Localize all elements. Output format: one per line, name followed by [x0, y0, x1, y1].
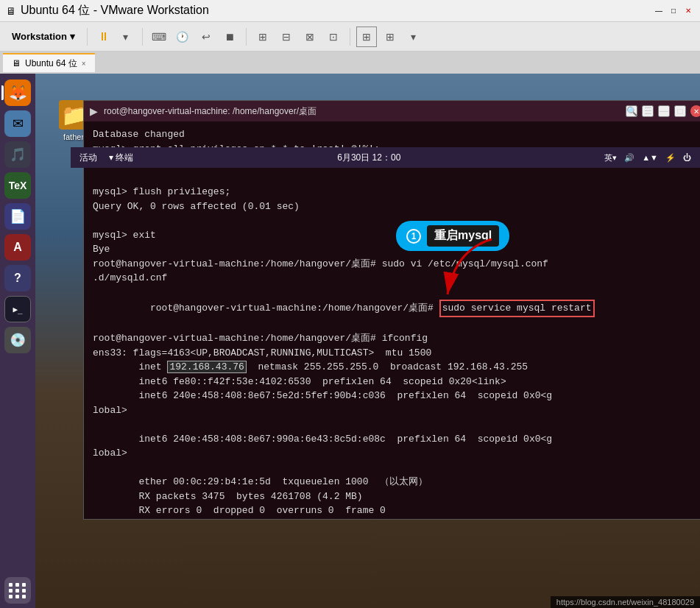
titlebar-controls: — □ ✕: [653, 5, 694, 17]
unity-button[interactable]: ⊟: [276, 26, 297, 47]
topbar-left: 活动 ▾ 终端: [79, 152, 133, 164]
term-line-inet6-1: inet6 fe80::f42f:53e:4102:6530 prefixlen…: [93, 375, 699, 389]
maximize-button[interactable]: □: [668, 5, 679, 17]
taskbar-icon-mail[interactable]: ✉: [4, 110, 31, 137]
minimize-button[interactable]: —: [653, 5, 665, 17]
term-line-lobal1: lobal>: [93, 403, 699, 418]
taskbar-icon-music[interactable]: 🎵: [4, 141, 31, 168]
term-line-lobal2: lobal>: [93, 446, 699, 461]
term-line-empty1: [93, 171, 699, 185]
terminal-titlebar: ▶ root@hangover-virtual-machine: /home/h…: [84, 101, 700, 121]
term-line-bye: Bye: [93, 242, 699, 257]
terminal-indicator[interactable]: ▾ 终端: [109, 152, 133, 164]
term-prompt-restart: root@hangover-virtual-machine:/home/hang…: [150, 303, 439, 314]
fit-button[interactable]: ⊠: [300, 26, 320, 47]
workstation-label: Workstation: [12, 31, 67, 42]
annotation-number: 1: [406, 229, 421, 244]
pause-button[interactable]: ⏸: [93, 26, 114, 47]
window-title: Ubuntu 64 位 - VMware Workstation: [21, 3, 209, 18]
terminal-search-button[interactable]: 🔍: [626, 105, 637, 117]
tab-label: Ubuntu 64 位: [25, 57, 77, 70]
terminal-title: root@hangover-virtual-machine: /home/han…: [104, 105, 317, 118]
power-icon[interactable]: ⏻: [683, 153, 691, 162]
dropdown-arrow-icon: ▾: [70, 31, 75, 42]
activities-label[interactable]: 活动: [79, 152, 97, 164]
red-arrow-annotation: [433, 236, 521, 312]
terminal-icon: ▶_: [13, 305, 22, 314]
suspend-button[interactable]: ⏹: [219, 26, 240, 47]
toolbar-separator-4: [350, 28, 350, 46]
term-line-inet6-3: inet6 240e:458:408:8e67:990a:6e43:8c5d:e…: [93, 432, 699, 447]
main-content: 🦊 ✉ 🎵 TeX 📄 A ? ▶_ 💿: [0, 74, 700, 608]
toolbar-separator-1: [87, 28, 88, 46]
terminal-content[interactable]: Database changed mysql> grant all privil…: [84, 121, 700, 519]
help-icon: ?: [14, 272, 21, 285]
titlebar-left: 🖥 Ubuntu 64 位 - VMware Workstation: [6, 3, 209, 18]
tabbar: 🖥 Ubuntu 64 位 ×: [0, 52, 700, 74]
taskbar-icon-firefox[interactable]: 🦊: [4, 79, 31, 106]
term-line-flush: mysql> flush privileges;: [93, 185, 699, 199]
toolbar-separator-3: [246, 28, 247, 46]
network-icon: ▲▼: [642, 153, 658, 162]
snapshot-button[interactable]: 🕐: [172, 26, 193, 47]
term-line-db: Database changed: [93, 127, 699, 142]
pause-dropdown-button[interactable]: ▾: [116, 26, 136, 47]
term-line-empty3: [93, 417, 699, 432]
topbar-right: 英▾ 🔊 ▲▼ ⚡ ⏻: [604, 152, 691, 163]
topbar-clock[interactable]: 6月30日 12：00: [337, 152, 400, 164]
workstation-menu-button[interactable]: Workstation ▾: [6, 28, 81, 45]
url-bar: https://blog.csdn.net/weixin_48180029: [551, 596, 700, 608]
term-line-tx: TX packets 2219 bytes 190268 (190.2 KB): [93, 518, 699, 520]
documents-icon: 📄: [10, 208, 26, 225]
terminal-minimize-button[interactable]: —: [658, 105, 670, 117]
software-icon: A: [13, 241, 22, 254]
lang-selector[interactable]: 英▾: [604, 152, 617, 163]
terminal-menu-button[interactable]: ☰: [642, 105, 654, 117]
term-line-ok2: Query OK, 0 rows affected (0.01 sec): [93, 199, 699, 214]
close-button[interactable]: ✕: [682, 5, 694, 17]
terminal-app-icon: ▶: [90, 105, 98, 117]
firefox-icon: 🦊: [9, 84, 27, 102]
term-line-ens33: ens33: flags=4163<UP,BROADCAST,RUNNING,M…: [93, 346, 699, 361]
taskbar-icon-tex[interactable]: TeX: [4, 172, 31, 199]
apps-grid-icon: [9, 583, 26, 598]
console-button[interactable]: ⊞: [356, 26, 377, 47]
term-line-inet6-2: inet6 240e:458:408:8e67:5e2d:5fef:90b4:c…: [93, 389, 699, 403]
term-line-rx2: RX errors 0 dropped 0 overruns 0 frame 0: [93, 503, 699, 518]
taskbar-icon-dvd[interactable]: 💿: [4, 327, 31, 353]
view-button[interactable]: ⊡: [323, 26, 344, 47]
taskbar-icon-terminal[interactable]: ▶_: [4, 296, 31, 322]
battery-icon: ⚡: [665, 153, 676, 163]
tex-icon: TeX: [9, 180, 27, 191]
playback-controls: ⏸ ▾: [93, 26, 136, 47]
term-line-inet: inet 192.168.43.76 netmask 255.255.255.0…: [93, 360, 699, 375]
term-line-vi: root@hangover-virtual-machine:/home/hang…: [93, 257, 699, 272]
desktop: 活动 ▾ 终端 6月30日 12：00 英▾ 🔊 ▲▼ ⚡ ⏻ 📁 father: [35, 74, 700, 608]
term-line-empty4: [93, 461, 699, 476]
ubuntu-topbar: 活动 ▾ 终端 6月30日 12：00 英▾ 🔊 ▲▼ ⚡ ⏻: [71, 147, 700, 168]
tab-vm-icon: 🖥: [12, 58, 21, 68]
titlebar: 🖥 Ubuntu 64 位 - VMware Workstation — □ ✕: [0, 0, 700, 22]
taskbar-icon-software[interactable]: A: [4, 234, 31, 261]
taskbar-icon-documents[interactable]: 📄: [4, 203, 31, 230]
send-ctrl-alt-del-button[interactable]: ⌨: [149, 26, 169, 47]
zoom-button[interactable]: ⊞: [380, 26, 400, 47]
show-apps-button[interactable]: [4, 577, 31, 604]
volume-icon: 🔊: [624, 153, 634, 163]
vmware-icon: 🖥: [6, 5, 16, 17]
toolbar-separator-2: [142, 28, 143, 46]
fullscreen-button[interactable]: ⊞: [252, 26, 273, 47]
term-line-vi2: .d/mysqld.cnf: [93, 271, 699, 286]
taskbar-icon-help[interactable]: ?: [4, 265, 31, 291]
revert-button[interactable]: ↩: [196, 26, 216, 47]
ubuntu-tab[interactable]: 🖥 Ubuntu 64 位 ×: [3, 53, 95, 72]
ubuntu-taskbar: 🦊 ✉ 🎵 TeX 📄 A ? ▶_ 💿: [0, 74, 35, 608]
terminal-titlebar-right: 🔍 ☰ — □ ✕: [626, 105, 700, 117]
terminal-close-button[interactable]: ✕: [690, 105, 700, 117]
term-line-rx1: RX packets 3475 bytes 4261708 (4.2 MB): [93, 489, 699, 504]
vmware-toolbar: Workstation ▾ ⏸ ▾ ⌨ 🕐 ↩ ⏹ ⊞ ⊟ ⊠ ⊡ ⊞ ⊞ ▾: [0, 22, 700, 52]
tab-close-button[interactable]: ×: [82, 60, 86, 68]
zoom-dropdown-button[interactable]: ▾: [403, 26, 424, 47]
terminal-maximize-button[interactable]: □: [674, 105, 686, 117]
term-line-restart: root@hangover-virtual-machine:/home/hang…: [93, 286, 699, 332]
